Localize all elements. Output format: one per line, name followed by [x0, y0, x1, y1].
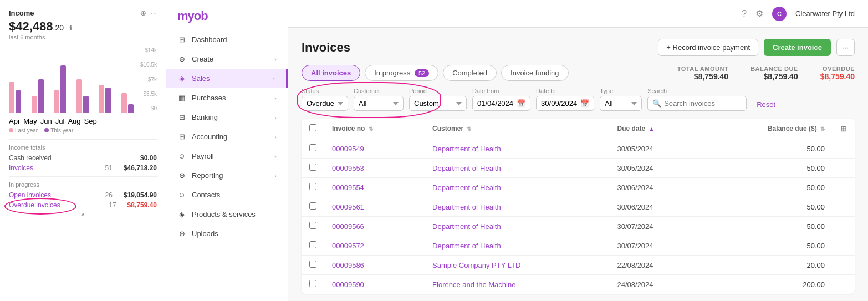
- sidebar-item-payroll[interactable]: ☺ Payroll ›: [166, 146, 288, 166]
- record-payment-button[interactable]: + Record invoice payment: [658, 39, 758, 56]
- invoice-link[interactable]: 00009590: [332, 280, 364, 289]
- collapse-icon[interactable]: ∧: [9, 211, 157, 217]
- sidebar-item-contacts[interactable]: ☺ Contacts: [166, 185, 288, 205]
- avatar[interactable]: C: [772, 7, 787, 21]
- sidebar-item-sales[interactable]: ◈ Sales ›: [166, 69, 288, 88]
- row-checkbox[interactable]: [309, 183, 316, 190]
- tab-in-progress[interactable]: In progress 52: [365, 65, 438, 81]
- create-invoice-button[interactable]: Create invoice: [764, 39, 831, 56]
- top-bar: ? ⚙ C Clearwater Pty Ltd: [288, 0, 868, 28]
- table-row: 00009554 Department of Health 30/06/2024…: [302, 178, 855, 197]
- sidebar-item-uploads[interactable]: ⊕ Uploads: [166, 224, 288, 243]
- tab-invoice-funding[interactable]: Invoice funding: [501, 65, 568, 81]
- invoices-count: 51: [105, 164, 113, 172]
- customer-link[interactable]: Department of Health: [432, 222, 501, 231]
- customer-link[interactable]: Florence and the Machine: [432, 280, 515, 289]
- row-checkbox[interactable]: [309, 164, 316, 171]
- customer-link[interactable]: Department of Health: [432, 242, 501, 250]
- invoice-id-cell: 00009566: [324, 217, 425, 236]
- invoice-link[interactable]: 00009572: [332, 242, 364, 250]
- sidebar-item-reporting[interactable]: ⊕ Reporting ›: [166, 166, 288, 185]
- sidebar-item-products[interactable]: ◈ Products & services: [166, 205, 288, 224]
- page-header: Invoices + Record invoice payment Create…: [302, 39, 855, 56]
- reset-link[interactable]: Reset: [757, 100, 775, 109]
- more-income-icon[interactable]: ···: [151, 9, 157, 17]
- customer-link[interactable]: Department of Health: [432, 203, 501, 211]
- status-filter: Status Overdue All Draft Sent Paid: [302, 88, 348, 111]
- invoice-link[interactable]: 00009561: [332, 203, 364, 211]
- info-icon[interactable]: ℹ: [69, 24, 72, 32]
- row-checkbox-cell: [302, 256, 324, 275]
- balance-cell: 50.00: [703, 217, 833, 236]
- sort-icon: ⇅: [820, 126, 825, 132]
- row-checkbox[interactable]: [309, 222, 316, 229]
- period-select[interactable]: Custom This month Last month This quarte…: [409, 96, 467, 111]
- balance-cell: 20.00: [703, 256, 833, 275]
- table-view-toggle[interactable]: ⊞: [833, 119, 855, 139]
- customer-link[interactable]: Department of Health: [432, 145, 501, 153]
- invoice-link[interactable]: 00009554: [332, 183, 364, 192]
- customer-cell: Department of Health: [425, 159, 609, 178]
- overdue-invoices-link[interactable]: Overdue invoices: [9, 201, 60, 209]
- balance-due-header[interactable]: Balance due ($) ⇅: [703, 119, 833, 139]
- search-input[interactable]: [664, 99, 742, 108]
- tabs-row: All invoices In progress 52 Completed In…: [302, 65, 855, 81]
- customer-header[interactable]: Customer ⇅: [425, 119, 609, 139]
- chevron-right-icon: ›: [274, 153, 277, 160]
- add-income-icon[interactable]: ⊕: [140, 9, 146, 17]
- open-invoices-link[interactable]: Open invoices: [9, 191, 51, 199]
- sidebar-item-create[interactable]: ⊕ Create ›: [166, 49, 288, 69]
- date-to-input[interactable]: 30/09/2024 📅: [536, 96, 594, 111]
- invoice-no-header[interactable]: Invoice no ⇅: [324, 119, 425, 139]
- chevron-right-icon: ›: [273, 75, 275, 82]
- sidebar-item-accounting[interactable]: ⊞ Accounting ›: [166, 127, 288, 146]
- row-checkbox[interactable]: [309, 261, 316, 268]
- select-all-checkbox[interactable]: [309, 124, 316, 131]
- invoices-link[interactable]: Invoices: [9, 164, 33, 172]
- chevron-right-icon: ›: [274, 172, 277, 179]
- row-checkbox-cell: [302, 236, 324, 256]
- settings-icon[interactable]: ⚙: [755, 8, 763, 19]
- chevron-right-icon: ›: [274, 114, 277, 121]
- row-checkbox[interactable]: [309, 202, 316, 210]
- grid-view-icon[interactable]: ⊞: [840, 124, 847, 133]
- date-from-input[interactable]: 01/04/2024 📅: [472, 96, 530, 111]
- more-actions-button[interactable]: ···: [836, 39, 855, 56]
- invoice-link[interactable]: 00009566: [332, 222, 364, 231]
- invoice-table: Invoice no ⇅ Customer ⇅ Due date ▲ Balan…: [302, 119, 855, 294]
- invoice-link[interactable]: 00009586: [332, 261, 364, 269]
- overdue-invoices-count: 17: [109, 201, 116, 209]
- invoice-id-cell: 00009572: [324, 236, 425, 256]
- customer-link[interactable]: Sample Company PTY LTD: [432, 261, 520, 269]
- sort-icon-active: ▲: [649, 126, 655, 132]
- create-icon: ⊕: [177, 55, 186, 63]
- row-checkbox[interactable]: [309, 144, 316, 151]
- customer-link[interactable]: Department of Health: [432, 183, 501, 192]
- sidebar-item-banking[interactable]: ⊟ Banking ›: [166, 108, 288, 127]
- invoice-link[interactable]: 00009549: [332, 145, 364, 153]
- sidebar-item-purchases[interactable]: ▦ Purchases ›: [166, 88, 288, 108]
- calendar-icon[interactable]: 📅: [517, 99, 525, 108]
- calendar-icon[interactable]: 📅: [580, 99, 589, 108]
- left-panel: Income ⊕ ··· $42,488.20 ℹ last 6 months …: [0, 0, 166, 301]
- customer-cell: Department of Health: [425, 217, 609, 236]
- tab-all-invoices[interactable]: All invoices: [302, 65, 360, 81]
- help-icon[interactable]: ?: [742, 9, 747, 19]
- due-date-header[interactable]: Due date ▲: [610, 119, 703, 139]
- customer-select[interactable]: All: [354, 96, 404, 111]
- tab-completed[interactable]: Completed: [443, 65, 497, 81]
- period-filter: Period Custom This month Last month This…: [409, 88, 467, 111]
- sidebar-item-dashboard[interactable]: ⊞ Dashboard: [166, 30, 288, 49]
- row-checkbox[interactable]: [309, 241, 316, 248]
- date-from-filter: Date from 01/04/2024 📅: [472, 88, 530, 111]
- invoice-link[interactable]: 00009553: [332, 164, 364, 172]
- dashboard-icon: ⊞: [177, 35, 186, 44]
- status-label: Status: [302, 88, 348, 94]
- row-checkbox[interactable]: [309, 280, 316, 287]
- status-select[interactable]: Overdue All Draft Sent Paid: [302, 96, 348, 111]
- customer-link[interactable]: Department of Health: [432, 164, 501, 172]
- type-select[interactable]: All Invoice Credit: [600, 96, 642, 111]
- row-actions-cell: [833, 236, 855, 256]
- row-actions-cell: [833, 217, 855, 236]
- sidebar-item-label: Products & services: [192, 210, 256, 218]
